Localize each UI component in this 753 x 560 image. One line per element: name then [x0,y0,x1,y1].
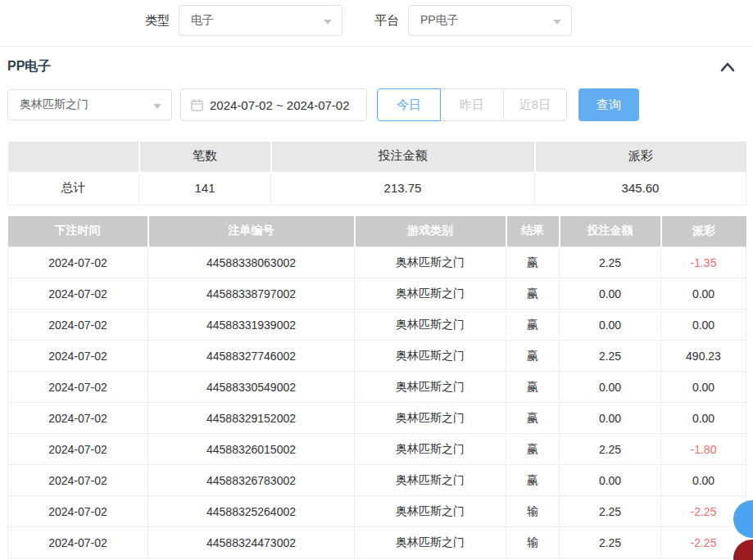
last-8-days-button[interactable]: 近8日 [503,88,567,121]
chevron-up-icon[interactable] [720,61,735,73]
yesterday-button[interactable]: 昨日 [440,88,504,121]
cell-amount: 2.25 [560,496,661,527]
date-range-input[interactable]: 2024-07-02 ~ 2024-07-02 [180,88,367,121]
cell-game: 奥林匹斯之门 [355,372,506,403]
table-row: 2024-07-0244588329152002奥林匹斯之门赢0.000.00 [8,403,746,434]
cell-id: 44588326783002 [148,465,355,496]
cell-result: 输 [506,496,560,527]
bet-table-body: 2024-07-0244588338063002奥林匹斯之门赢2.25-1.35… [8,247,746,560]
cell-amount: 0.00 [560,403,661,434]
cell-result: 赢 [506,434,560,465]
cell-game: 奥林匹斯之门 [355,465,506,496]
cell-result: 赢 [506,309,560,341]
header-bet-time: 下注时间 [8,216,148,247]
cell-payout: 0.00 [661,465,746,496]
table-row: 2024-07-0244588325264002奥林匹斯之门输2.25-2.25 [8,496,746,527]
chevron-down-icon [553,20,561,25]
cell-time: 2024-07-02 [8,496,148,527]
cell-game: 奥林匹斯之门 [355,434,506,465]
cell-id: 44588326015002 [148,434,355,465]
cell-amount: 0.00 [560,278,661,309]
cell-result: 赢 [506,403,560,434]
type-label: 类型 [145,5,170,36]
cell-payout: -1.80 [661,434,746,465]
section-title: PP电子 [7,58,51,75]
cell-result: 输 [506,527,560,558]
bet-table-header-row: 下注时间 注单编号 游戏类别 结果 投注金额 派彩 [8,216,746,247]
cell-id: 44588324473002 [148,527,355,558]
cell-time: 2024-07-02 [8,434,148,465]
chevron-down-icon [153,104,161,109]
total-count: 141 [139,171,271,205]
game-select-value: 奥林匹斯之门 [20,97,88,112]
table-row: 2024-07-0244588338063002奥林匹斯之门赢2.25-1.35 [8,247,746,278]
header-bet-amount: 投注金额 [560,216,661,247]
cell-id: 44588329152002 [148,403,355,434]
cell-game: 奥林匹斯之门 [355,341,506,372]
cell-time: 2024-07-02 [8,309,148,341]
header-bet-id: 注单编号 [148,216,355,247]
cell-payout: -1.35 [661,247,746,278]
table-row: 2024-07-0244588324473002奥林匹斯之门输2.25-2.25 [8,527,746,558]
date-range-value: 2024-07-02 ~ 2024-07-02 [210,98,350,112]
platform-label: 平台 [374,5,399,36]
type-select-value: 电子 [191,13,214,28]
cell-time: 2024-07-02 [8,278,148,309]
platform-select[interactable]: PP电子 [408,5,572,36]
table-row: 2024-07-0244588331939002奥林匹斯之门赢0.000.00 [8,309,746,341]
quick-date-button-group: 今日 昨日 近8日 [377,88,567,121]
cell-game: 奥林匹斯之门 [355,496,506,527]
section-header: PP电子 [0,47,753,76]
cell-game: 奥林匹斯之门 [355,403,506,434]
cell-game: 奥林匹斯之门 [355,278,506,309]
cell-amount: 0.00 [560,372,661,403]
summary-table: 笔数 投注金额 派彩 总计 141 213.75 345.60 [7,142,746,205]
bet-table: 下注时间 注单编号 游戏类别 结果 投注金额 派彩 2024-07-024458… [7,216,746,560]
summary-header-payout: 派彩 [535,142,746,171]
cell-payout: 0.00 [661,278,746,309]
query-button[interactable]: 查询 [578,88,639,121]
cell-amount: 2.25 [560,527,661,558]
chevron-down-icon [324,20,332,25]
cell-time: 2024-07-02 [8,527,148,558]
cell-result: 赢 [506,465,560,496]
cell-game: 奥林匹斯之门 [355,309,506,341]
cell-amount: 2.25 [560,341,661,372]
summary-header-count: 笔数 [139,142,271,171]
header-payout: 派彩 [661,216,746,247]
cell-time: 2024-07-02 [8,465,148,496]
game-select[interactable]: 奥林匹斯之门 [7,89,172,120]
type-select[interactable]: 电子 [179,5,342,36]
cell-id: 44588330549002 [148,372,355,403]
cell-result: 赢 [506,247,560,278]
cell-time: 2024-07-02 [8,403,148,434]
cell-amount: 2.25 [560,247,661,278]
cell-game: 奥林匹斯之门 [355,247,506,278]
table-row: 2024-07-0244588326015002奥林匹斯之门赢2.25-1.80 [8,434,746,465]
calendar-icon [191,99,203,111]
cell-result: 赢 [506,372,560,403]
summary-header-blank [8,142,139,171]
table-row: 2024-07-0244588330549002奥林匹斯之门赢0.000.00 [8,372,746,403]
top-filter-row: 类型 电子 平台 PP电子 [0,0,753,47]
cell-game: 奥林匹斯之门 [355,527,506,558]
platform-select-value: PP电子 [420,13,459,28]
summary-header-bet-amount: 投注金额 [271,142,535,171]
table-row: 2024-07-0244588327746002奥林匹斯之门赢2.25490.2… [8,341,746,372]
cell-payout: 0.00 [661,372,746,403]
today-button[interactable]: 今日 [377,88,441,121]
cell-id: 44588327746002 [148,341,355,372]
total-bet-amount: 213.75 [271,171,535,205]
cell-id: 44588325264002 [148,496,355,527]
cell-id: 44588338797002 [148,278,355,309]
table-row: 2024-07-0244588326783002奥林匹斯之门赢0.000.00 [8,465,746,496]
total-payout: 345.60 [535,171,746,205]
cell-result: 赢 [506,278,560,309]
cell-time: 2024-07-02 [8,247,148,278]
cell-id: 44588331939002 [148,309,355,341]
cell-id: 44588338063002 [148,247,355,278]
page: 类型 电子 平台 PP电子 PP电子 奥林匹斯之门 [0,0,753,560]
table-row: 2024-07-0244588338797002奥林匹斯之门赢0.000.00 [8,278,746,309]
cell-amount: 2.25 [560,434,661,465]
cell-payout: 0.00 [661,403,746,434]
